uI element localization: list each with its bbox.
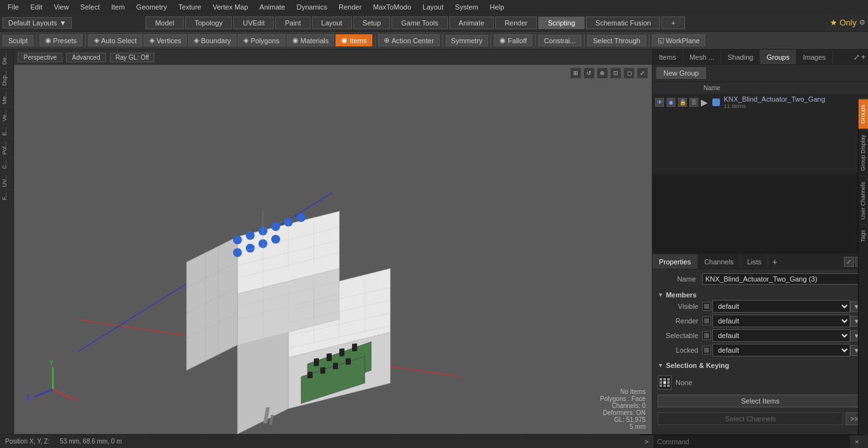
- tab-layout[interactable]: Layout: [312, 17, 352, 29]
- sidebar-item-uv[interactable]: UV...: [0, 172, 13, 189]
- vp-pan-icon[interactable]: ⊕: [597, 67, 608, 79]
- select-items-button[interactable]: Select Items: [658, 395, 863, 407]
- vp-fit-icon[interactable]: ◻: [623, 67, 635, 79]
- layout-dropdown[interactable]: Default Layouts ▼: [3, 17, 72, 29]
- menu-system[interactable]: System: [450, 2, 484, 12]
- settings-icon[interactable]: ⚙: [859, 18, 865, 27]
- prop-expand-btn[interactable]: ⤢: [844, 257, 854, 267]
- selectable-checkbox[interactable]: [702, 331, 711, 340]
- sculpt-button[interactable]: Sculpt: [3, 35, 34, 46]
- vtab-user-channels[interactable]: User Channels: [858, 176, 868, 225]
- tab-render[interactable]: Render: [495, 17, 537, 29]
- tab-lists[interactable]: Lists: [741, 254, 769, 269]
- sel-keying-header[interactable]: ▼ Selection & Keying: [655, 360, 865, 370]
- auto-select-button[interactable]: ◈ Auto Select: [88, 34, 142, 46]
- action-center-button[interactable]: ⊕ Action Center: [378, 34, 440, 46]
- sidebar-item-ve[interactable]: Ve...: [0, 107, 13, 124]
- visible-checkbox[interactable]: [702, 302, 711, 311]
- menu-maxtomodo[interactable]: MaxToModo: [368, 2, 416, 12]
- visible-select[interactable]: default: [712, 300, 850, 313]
- command-arrow-icon[interactable]: >: [641, 435, 653, 449]
- vp-orient-icon[interactable]: ⊞: [570, 67, 581, 79]
- group-lock-icon[interactable]: 🔒: [678, 98, 687, 107]
- tab-shading[interactable]: Shading: [721, 50, 760, 64]
- menu-layout[interactable]: Layout: [417, 2, 449, 12]
- tab-model[interactable]: Model: [146, 17, 184, 29]
- command-clear-icon[interactable]: ×: [850, 435, 863, 449]
- sidebar-item-e[interactable]: E...: [0, 124, 13, 139]
- menu-edit[interactable]: Edit: [25, 2, 48, 12]
- locked-checkbox[interactable]: [702, 346, 711, 355]
- group-type-icon[interactable]: ☰: [689, 98, 698, 107]
- render-select[interactable]: default: [712, 315, 850, 327]
- vertices-button[interactable]: ◈ Vertices: [144, 34, 187, 46]
- add-tab-icon[interactable]: +: [770, 257, 780, 267]
- command-input[interactable]: [653, 437, 850, 447]
- tab-groups[interactable]: Groups: [760, 50, 796, 64]
- select-channels-button[interactable]: Select Channels: [658, 412, 843, 425]
- viewport[interactable]: Perspective Advanced Ray GL: Off ⊞ ↺ ⊕ ⊡…: [14, 50, 652, 434]
- tab-channels[interactable]: Channels: [698, 254, 740, 269]
- menu-select[interactable]: Select: [75, 2, 105, 12]
- symmetry-button[interactable]: Symmetry: [445, 35, 489, 46]
- menu-item[interactable]: Item: [106, 2, 130, 12]
- tab-topology[interactable]: Topology: [185, 17, 232, 29]
- selectable-select[interactable]: default: [712, 329, 850, 342]
- tab-setup[interactable]: Setup: [353, 17, 391, 29]
- menu-view[interactable]: View: [49, 2, 74, 12]
- group-expand-icon[interactable]: ▶: [701, 97, 709, 107]
- tab-properties[interactable]: Properties: [653, 254, 698, 269]
- render-checkbox[interactable]: [702, 316, 711, 325]
- panel-expand-icon[interactable]: ⤢: [853, 53, 860, 62]
- menu-animate[interactable]: Animate: [254, 2, 290, 12]
- falloff-button[interactable]: ◉ Falloff: [494, 34, 532, 46]
- workplane-button[interactable]: ◱ WorkPlane: [652, 34, 706, 46]
- menu-file[interactable]: File: [3, 2, 24, 12]
- vtab-tags[interactable]: Tags: [858, 224, 868, 247]
- tab-game-tools[interactable]: Game Tools: [391, 17, 448, 29]
- tab-mesh[interactable]: Mesh ...: [683, 50, 721, 64]
- sidebar-item-pol[interactable]: Pol...: [0, 139, 13, 158]
- menu-texture[interactable]: Texture: [173, 2, 207, 12]
- tab-scripting[interactable]: Scripting: [538, 17, 585, 29]
- viewport-mode-btn[interactable]: Perspective: [18, 53, 62, 62]
- tab-uvedit[interactable]: UVEdit: [233, 17, 274, 29]
- keying-dots-icon[interactable]: [658, 376, 672, 390]
- vp-zoom-icon[interactable]: ⊡: [610, 67, 621, 79]
- polygons-button[interactable]: ◈ Polygons: [238, 34, 285, 46]
- sidebar-item-me[interactable]: Me...: [0, 88, 13, 107]
- sidebar-item-de[interactable]: De...: [0, 50, 13, 67]
- star-button[interactable]: ★ Only: [830, 18, 857, 27]
- tab-items[interactable]: Items: [653, 50, 683, 64]
- select-through-button[interactable]: Select Through: [587, 35, 646, 46]
- presets-button[interactable]: ◉ Presets: [39, 34, 83, 46]
- boundary-button[interactable]: ◈ Boundary: [188, 34, 236, 46]
- sidebar-item-dup[interactable]: Dup...: [0, 67, 13, 88]
- tab-paint[interactable]: Paint: [275, 17, 310, 29]
- tab-animate[interactable]: Animate: [449, 17, 494, 29]
- vtab-group-display[interactable]: Group Display: [858, 129, 868, 176]
- vp-expand-icon[interactable]: ⤢: [637, 67, 648, 79]
- group-visibility-icon[interactable]: 👁: [655, 98, 664, 107]
- sidebar-item-c[interactable]: C...: [0, 157, 13, 172]
- viewport-style-btn[interactable]: Advanced: [66, 53, 105, 62]
- vp-rotate-icon[interactable]: ↺: [583, 67, 595, 79]
- vtab-groups[interactable]: Groups: [858, 99, 868, 129]
- group-render-icon[interactable]: ◉: [667, 98, 675, 107]
- tab-images[interactable]: Images: [796, 50, 832, 64]
- materials-button[interactable]: ◉ Materials: [287, 34, 335, 46]
- locked-select[interactable]: default: [712, 344, 850, 356]
- name-input[interactable]: [702, 273, 865, 285]
- constraints-button[interactable]: Constrai...: [538, 35, 581, 46]
- viewport-renderer-btn[interactable]: Ray GL: Off: [110, 53, 155, 62]
- tab-schematic-fusion[interactable]: Schematic Fusion: [586, 17, 660, 29]
- menu-help[interactable]: Help: [485, 2, 510, 12]
- menu-vertex-map[interactable]: Vertex Map: [208, 2, 254, 12]
- new-group-button[interactable]: New Group: [656, 67, 706, 79]
- menu-render[interactable]: Render: [334, 2, 367, 12]
- sidebar-item-f[interactable]: F...: [0, 189, 13, 203]
- items-button[interactable]: ◉ Items: [336, 34, 372, 46]
- menu-dynamics[interactable]: Dynamics: [292, 2, 332, 12]
- panel-settings-icon[interactable]: +: [861, 53, 865, 62]
- members-section-header[interactable]: ▼ Members: [655, 290, 865, 300]
